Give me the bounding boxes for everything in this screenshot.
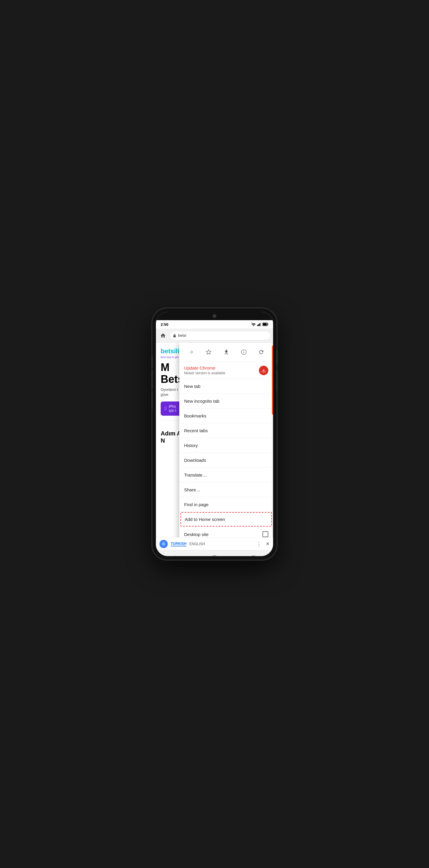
svg-rect-2 — [258, 324, 259, 326]
recents-icon — [251, 555, 256, 556]
svg-rect-11 — [252, 556, 255, 556]
home-button[interactable] — [208, 552, 221, 556]
star-icon — [206, 349, 211, 355]
back-button[interactable] — [170, 552, 181, 556]
menu-item-label: Add to Home screen — [184, 517, 225, 522]
forward-button[interactable] — [186, 347, 196, 358]
desktop-site-checkbox[interactable] — [262, 531, 268, 537]
volume-up-button[interactable] — [151, 355, 153, 368]
recents-button[interactable] — [248, 552, 259, 556]
info-icon — [241, 349, 247, 355]
menu-item-label: Recent tabs — [184, 428, 208, 433]
menu-item-recent-tabs[interactable]: Recent tabs — [179, 423, 273, 438]
menu-item-label: Downloads — [184, 458, 206, 463]
battery-icon — [262, 322, 268, 326]
status-bar: 2:50 — [156, 320, 273, 329]
info-button[interactable] — [238, 347, 249, 358]
svg-point-0 — [253, 326, 254, 327]
update-text-block: Update Chrome Newer version is available — [184, 365, 259, 375]
menu-item-label: New tab — [184, 384, 200, 389]
menu-item-label: Bookmarks — [184, 413, 206, 418]
content-area: betsilin best way to get best odds M Bet… — [156, 343, 273, 537]
update-badge — [259, 366, 268, 375]
menu-item-translate[interactable]: Translate… — [179, 468, 273, 483]
svg-point-10 — [212, 555, 217, 556]
home-circle-icon — [212, 555, 217, 556]
refresh-button[interactable] — [256, 347, 266, 358]
translate-close-button[interactable]: ✕ — [266, 541, 269, 547]
bixby-button[interactable] — [151, 391, 153, 409]
download-icon — [223, 349, 229, 355]
menu-item-label: Find in page — [184, 502, 208, 507]
translate-lang-other[interactable]: ENGLISH — [189, 542, 205, 546]
download-button[interactable] — [221, 347, 232, 358]
update-title: Update Chrome — [184, 365, 259, 370]
bookmark-button[interactable] — [203, 347, 214, 358]
google-translate-icon: G — [160, 540, 168, 548]
translate-more-button[interactable]: ⋮ — [256, 541, 261, 547]
camera — [213, 314, 216, 318]
svg-rect-7 — [268, 324, 268, 325]
volume-down-left-button[interactable] — [151, 370, 153, 388]
home-icon — [160, 333, 166, 339]
menu-item-incognito[interactable]: New incognito tab — [179, 394, 273, 409]
menu-item-history[interactable]: History — [179, 438, 273, 453]
apple-logo-icon:  — [165, 406, 167, 411]
menu-item-add-to-home[interactable]: Add to Home screen — [180, 512, 272, 527]
signal-icon — [257, 322, 261, 326]
refresh-icon — [258, 349, 264, 355]
menu-item-downloads[interactable]: Downloads — [179, 453, 273, 468]
chrome-menu: Update Chrome Newer version is available — [179, 343, 273, 537]
wifi-icon — [251, 322, 256, 326]
site-btn-text: iPho için İ — [169, 404, 176, 413]
translate-actions: ⋮ ✕ — [256, 541, 269, 547]
g-letter: G — [162, 542, 165, 546]
svg-rect-4 — [261, 322, 261, 326]
menu-item-share[interactable]: Share… — [179, 483, 273, 497]
translate-bar: G TURKISH ENGLISH ⋮ ✕ — [156, 537, 273, 550]
status-icons — [251, 322, 268, 326]
menu-item-bookmarks[interactable]: Bookmarks — [179, 409, 273, 423]
browser-bar: betsi — [156, 329, 273, 343]
phone-screen: 2:50 — [156, 312, 273, 556]
update-chrome-banner[interactable]: Update Chrome Newer version is available — [179, 362, 273, 379]
menu-item-label: New incognito tab — [184, 399, 219, 404]
menu-item-find-in-page[interactable]: Find in page — [179, 497, 273, 512]
volume-down-button[interactable] — [276, 370, 278, 391]
scrollbar-thumb — [272, 346, 273, 414]
phone-frame: 2:50 — [152, 308, 277, 560]
menu-item-label: Share… — [184, 487, 200, 492]
upload-icon — [261, 368, 266, 373]
url-bar[interactable]: betsi — [170, 331, 271, 340]
menu-item-label: Translate… — [184, 472, 207, 477]
svg-rect-1 — [257, 325, 258, 326]
back-icon — [173, 555, 178, 556]
svg-rect-8 — [173, 335, 176, 337]
svg-rect-3 — [259, 323, 260, 326]
notch-bar — [156, 312, 273, 320]
menu-scrollbar — [272, 343, 273, 537]
status-time: 2:50 — [161, 322, 168, 327]
menu-icons-row — [179, 343, 273, 362]
translate-lang-active[interactable]: TURKISH — [171, 541, 187, 546]
menu-item-new-tab[interactable]: New tab — [179, 379, 273, 394]
btn-line1: iPho — [169, 404, 176, 409]
forward-icon — [188, 349, 194, 355]
update-subtitle: Newer version is available — [184, 371, 259, 375]
svg-rect-6 — [263, 323, 267, 326]
browser-home-button[interactable] — [158, 331, 168, 340]
power-button[interactable] — [276, 350, 278, 365]
lock-icon — [173, 334, 176, 338]
menu-item-label: Desktop site — [184, 532, 208, 537]
android-nav-bar — [156, 550, 273, 556]
btn-line2: için İ — [169, 409, 176, 413]
menu-item-desktop-site[interactable]: Desktop site — [179, 527, 273, 537]
url-text: betsi — [178, 333, 186, 338]
menu-item-label: History — [184, 443, 198, 448]
